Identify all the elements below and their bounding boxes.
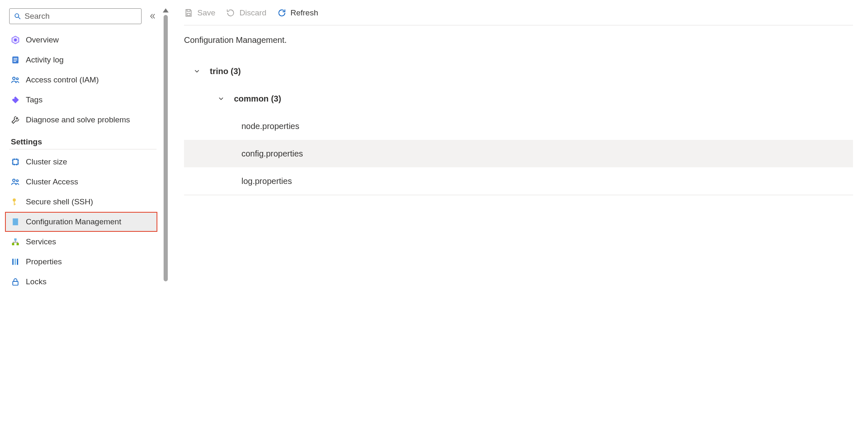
sidebar-item-label: Tags: [26, 95, 42, 104]
services-icon: [11, 237, 20, 246]
tree-group-trino[interactable]: trino (3): [184, 57, 853, 85]
refresh-label: Refresh: [291, 8, 318, 17]
sidebar: Overview Activity log Access control (IA…: [0, 0, 162, 447]
document-icon: [11, 217, 20, 226]
sidebar-item-label: Activity log: [26, 55, 64, 65]
tree-group-label: common (3): [234, 94, 281, 104]
svg-rect-21: [17, 243, 19, 246]
svg-rect-12: [13, 159, 18, 165]
tree-leaf-node-properties[interactable]: node.properties: [184, 112, 853, 140]
sidebar-item-label: Overview: [26, 35, 59, 45]
discard-button: Discard: [226, 8, 266, 17]
tree-group-common[interactable]: common (3): [184, 85, 853, 112]
svg-rect-23: [15, 259, 16, 265]
search-input[interactable]: [25, 12, 137, 21]
svg-rect-5: [13, 58, 17, 59]
tree-group-label: trino (3): [210, 67, 241, 76]
sidebar-item-overview[interactable]: Overview: [9, 30, 157, 50]
svg-point-9: [16, 78, 18, 80]
sidebar-item-label: Cluster size: [26, 157, 67, 166]
diagnose-icon: [11, 115, 20, 124]
tree-leaf-log-properties[interactable]: log.properties: [184, 167, 853, 195]
sidebar-item-label: Secure shell (SSH): [26, 197, 93, 206]
key-icon: [11, 197, 20, 206]
toolbar: Save Discard Refresh: [184, 8, 853, 25]
sidebar-item-label: Configuration Management: [26, 217, 121, 226]
discard-icon: [226, 8, 235, 17]
divider: [184, 195, 853, 195]
sidebar-item-label: Locks: [26, 277, 47, 286]
svg-rect-16: [14, 201, 15, 205]
svg-rect-27: [187, 13, 190, 15]
divider: [9, 149, 157, 149]
save-icon: [184, 8, 193, 17]
activity-log-icon: [11, 55, 20, 65]
svg-point-14: [16, 180, 18, 182]
sidebar-item-cluster-access[interactable]: Cluster Access: [9, 172, 157, 192]
cluster-access-icon: [11, 177, 20, 186]
svg-point-10: [13, 98, 15, 99]
svg-point-8: [12, 77, 15, 79]
search-row: [9, 8, 157, 24]
properties-icon: [11, 257, 20, 266]
svg-rect-26: [187, 10, 190, 12]
sidebar-item-properties[interactable]: Properties: [9, 252, 157, 272]
sidebar-item-diagnose[interactable]: Diagnose and solve problems: [9, 110, 157, 130]
collapse-sidebar-icon[interactable]: [149, 12, 157, 20]
sidebar-item-locks[interactable]: Locks: [9, 272, 157, 292]
svg-rect-18: [13, 219, 18, 226]
tree-leaf-label: log.properties: [241, 176, 292, 186]
scroll-thumb[interactable]: [164, 15, 168, 281]
svg-point-15: [13, 199, 16, 201]
lock-icon: [11, 277, 20, 286]
main-panel: Save Discard Refresh Configuration Manag…: [169, 0, 868, 447]
svg-rect-7: [13, 61, 16, 62]
svg-rect-19: [14, 238, 17, 241]
tree-leaf-label: config.properties: [241, 149, 303, 159]
discard-label: Discard: [239, 8, 266, 17]
svg-rect-22: [12, 259, 14, 265]
save-button: Save: [184, 8, 215, 17]
sidebar-item-access-control[interactable]: Access control (IAM): [9, 70, 157, 90]
cluster-size-icon: [11, 157, 20, 166]
chevron-down-icon: [193, 67, 201, 75]
svg-rect-6: [13, 60, 17, 60]
sidebar-item-secure-shell[interactable]: Secure shell (SSH): [9, 192, 157, 212]
svg-point-0: [15, 14, 19, 17]
access-control-icon: [11, 75, 20, 84]
sidebar-item-label: Cluster Access: [26, 177, 78, 186]
page-subtitle: Configuration Management.: [184, 35, 853, 45]
refresh-button[interactable]: Refresh: [277, 8, 318, 17]
chevron-down-icon: [217, 95, 225, 102]
svg-rect-25: [13, 281, 18, 285]
sidebar-item-label: Diagnose and solve problems: [26, 115, 130, 124]
svg-point-13: [12, 179, 15, 181]
sidebar-item-configuration-management[interactable]: Configuration Management: [5, 212, 157, 232]
overview-icon: [11, 35, 20, 45]
tree-leaf-config-properties[interactable]: config.properties: [184, 140, 853, 167]
svg-point-11: [16, 118, 18, 119]
svg-line-1: [18, 17, 20, 19]
save-label: Save: [197, 8, 215, 17]
sidebar-scrollbar[interactable]: [162, 0, 169, 447]
sidebar-item-services[interactable]: Services: [9, 232, 157, 252]
config-tree: trino (3) common (3) node.properties con…: [184, 57, 853, 195]
search-icon: [14, 12, 21, 20]
svg-rect-24: [17, 259, 18, 265]
tags-icon: [11, 95, 20, 104]
svg-point-3: [14, 39, 17, 41]
sidebar-item-cluster-size[interactable]: Cluster size: [9, 152, 157, 172]
svg-rect-20: [12, 243, 15, 246]
sidebar-item-activity-log[interactable]: Activity log: [9, 50, 157, 70]
sidebar-section-settings: Settings: [9, 137, 157, 147]
sidebar-item-label: Access control (IAM): [26, 75, 99, 84]
svg-rect-17: [14, 204, 16, 205]
tree-leaf-label: node.properties: [241, 122, 299, 131]
sidebar-item-label: Services: [26, 237, 56, 246]
search-box[interactable]: [9, 8, 142, 24]
sidebar-item-label: Properties: [26, 257, 62, 266]
sidebar-item-tags[interactable]: Tags: [9, 90, 157, 110]
refresh-icon: [277, 8, 286, 17]
scroll-up-icon[interactable]: [163, 8, 169, 12]
